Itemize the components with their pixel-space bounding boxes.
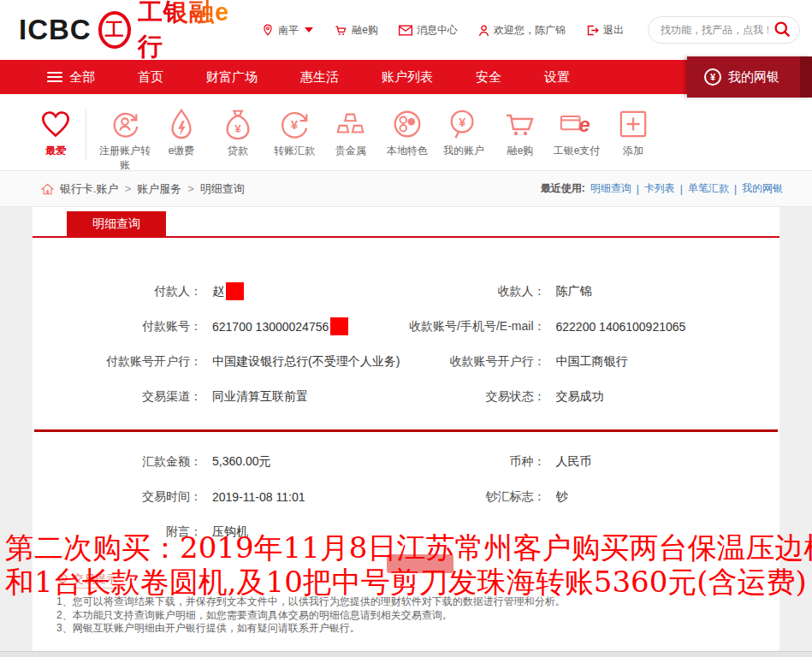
location-pin-icon: [262, 23, 274, 37]
recent-used: 最近使用: 明细查询 | 卡列表 | 单笔汇款 | 我的网银: [541, 181, 783, 196]
time-field: 交易时间： 2019-11-08 11:01: [33, 489, 406, 505]
crumb-item[interactable]: 银行卡.账户: [60, 181, 119, 197]
svg-text:¥: ¥: [459, 115, 465, 129]
tips-title: 交易提示: [73, 571, 117, 589]
cart-icon: [492, 106, 548, 142]
nav-item-wealth[interactable]: 财富广场: [206, 69, 258, 86]
message-center-label: 消息中心: [417, 23, 458, 38]
crumb-separator: >: [125, 182, 132, 195]
shortcut-eshop[interactable]: 融e购: [492, 106, 548, 158]
field-value: 陈广锦: [556, 284, 592, 299]
crumb-item[interactable]: 明细查询: [200, 181, 245, 197]
field-value: 同业清算互联前置: [212, 389, 308, 405]
field-label: 付款人：: [33, 284, 212, 299]
field-label: 交易时间：: [33, 489, 212, 505]
field-label: 交易状态：: [406, 389, 556, 405]
currency-field: 币种： 人民币: [406, 454, 780, 470]
tip-item: 1、您可以将查询结果下载，并保存到文本文件中，以供我行为您提供的理财软件对下载的…: [56, 595, 779, 609]
logout-link[interactable]: 退出: [586, 23, 624, 38]
crumb-separator: >: [187, 182, 194, 195]
main-content: 明细查询 付款人： 赵 收款人： 陈广锦 付款账号： 621700 130000…: [33, 207, 779, 657]
my-ebank-label: 我的网银: [728, 69, 779, 86]
nav-item-home[interactable]: 首页: [138, 69, 163, 86]
breadcrumb-row: 银行卡.账户 > 账户服务 > 明细查询 最近使用: 明细查询 | 卡列表 | …: [0, 171, 812, 207]
cart-icon: [334, 24, 347, 37]
memo-field: 附言： 压钩机: [33, 524, 406, 540]
shortcut-precious-metals[interactable]: 贵金属: [323, 106, 379, 158]
shortcut-label: 添加: [605, 144, 661, 158]
svg-text:¥: ¥: [234, 122, 241, 135]
shortcut-favorites[interactable]: 最爱: [31, 106, 80, 158]
field-label: 收款人：: [406, 284, 556, 299]
recent-link-my-ebank[interactable]: 我的网银: [742, 181, 783, 196]
amount-field: 汇款金额： 5,360.00元: [33, 454, 406, 470]
field-value: 赵: [212, 282, 244, 300]
shortcut-label: 融e购: [492, 144, 548, 158]
field-label: 汇款金额：: [33, 454, 212, 470]
shortcut-epay-bills[interactable]: e缴费: [153, 106, 210, 158]
shortcut-my-accounts[interactable]: ¥ 我的账户: [436, 106, 492, 158]
nav-item-life[interactable]: 惠生活: [300, 69, 339, 86]
redaction-box: [330, 317, 348, 335]
shortcut-loans[interactable]: ¥ 贷款: [210, 106, 266, 158]
location-selector[interactable]: 南平: [262, 23, 313, 38]
recent-link-single-remit[interactable]: 单笔汇款: [688, 181, 729, 196]
nav-item-security[interactable]: 安全: [476, 69, 501, 86]
eshop-link[interactable]: 融e购: [334, 23, 378, 38]
page-bottom-strip: [0, 651, 812, 657]
hamburger-icon: [47, 69, 62, 85]
shortcut-transfer-remit[interactable]: ¥ 转账汇款: [266, 106, 323, 158]
shortcut-label: 贵金属: [323, 144, 379, 158]
home-icon: [41, 183, 54, 195]
payee-account-field: 收款账号/手机号/E-mail： 622200 1406100921065: [406, 319, 780, 334]
gold-bars-icon: [323, 106, 379, 142]
main-nav: 全部 首页 财富广场 惠生活 账户列表 安全 设置 ¥ 我的网银: [0, 60, 812, 94]
payee-bank-field: 收款账号开户行： 中国工商银行: [406, 354, 780, 370]
field-label: 付款账号开户行：: [33, 354, 212, 370]
detail-row: 交易渠道： 同业清算互联前置 交易状态： 交易成功: [33, 379, 779, 414]
field-label: 币种：: [406, 454, 556, 470]
favorites-label: 最爱: [31, 144, 80, 158]
recent-link-detail-query[interactable]: 明细查询: [590, 181, 631, 196]
heart-icon: [31, 106, 80, 142]
tab-detail-query[interactable]: 明细查询: [67, 211, 166, 236]
welcome-user[interactable]: 欢迎您，陈广锦: [478, 23, 566, 38]
shortcut-epay[interactable]: e 工银e支付: [548, 106, 605, 158]
pipe-separator: |: [637, 183, 639, 195]
top-header: ICBC 工 工银融e行 南平 融e购 消息中心 欢迎您，陈广锦: [0, 0, 812, 60]
shortcut-local-features[interactable]: 本地特色: [379, 106, 436, 158]
field-label: 付款账号：: [33, 319, 212, 334]
breadcrumb: 银行卡.账户 > 账户服务 > 明细查询: [41, 181, 245, 197]
obscured-button[interactable]: [387, 554, 453, 573]
chevron-down-icon: [305, 27, 313, 33]
eshop-label: 融e购: [352, 23, 378, 38]
field-value: 人民币: [556, 454, 592, 470]
nav-item-all[interactable]: 全部: [47, 69, 95, 86]
pipe-separator: |: [680, 183, 683, 195]
shortcut-label: 贷款: [210, 144, 266, 158]
crumb-item[interactable]: 账户服务: [137, 181, 181, 197]
svg-text:¥: ¥: [291, 117, 299, 132]
payer-account-field: 付款账号： 621700 13000024756: [33, 317, 406, 335]
nav-item-accounts[interactable]: 账户列表: [382, 69, 433, 86]
shortcut-register-transfer[interactable]: 注册账户转账: [97, 106, 153, 174]
detail-row: 附言： 压钩机: [33, 514, 779, 549]
tab-row: 明细查询: [33, 207, 779, 238]
field-value: 中国工商银行: [556, 354, 628, 370]
detail-row: 交易时间： 2019-11-08 11:01 钞汇标志： 钞: [33, 479, 779, 514]
tips-list: 1、您可以将查询结果下载，并保存到文本文件中，以供我行为您提供的理财软件对下载的…: [56, 595, 779, 636]
nav-item-settings[interactable]: 设置: [544, 69, 570, 86]
header-links: 南平 融e购 消息中心 欢迎您，陈广锦 退出: [262, 16, 800, 44]
recent-link-card-list[interactable]: 卡列表: [644, 181, 675, 196]
field-value: 钞: [556, 489, 568, 505]
tip-item: 2、本功能只支持查询账户明细，如您需要查询具体交易的明细信息请到相关交易查询。: [56, 609, 779, 623]
transaction-details-top: 付款人： 赵 收款人： 陈广锦 付款账号： 621700 13000024756…: [33, 238, 779, 414]
tip-item: 3、网银互联账户明细由开户银行提供，如有疑问请联系开户银行。: [56, 622, 779, 636]
pipe-separator: |: [734, 183, 737, 195]
tips-header: 交易提示: [56, 571, 779, 589]
message-center-link[interactable]: 消息中心: [399, 23, 458, 38]
card-e-icon: e: [548, 106, 605, 142]
search-icon[interactable]: [773, 21, 791, 41]
my-ebank-ribbon[interactable]: ¥ 我的网银: [687, 56, 812, 98]
shortcut-add[interactable]: 添加: [605, 106, 661, 158]
